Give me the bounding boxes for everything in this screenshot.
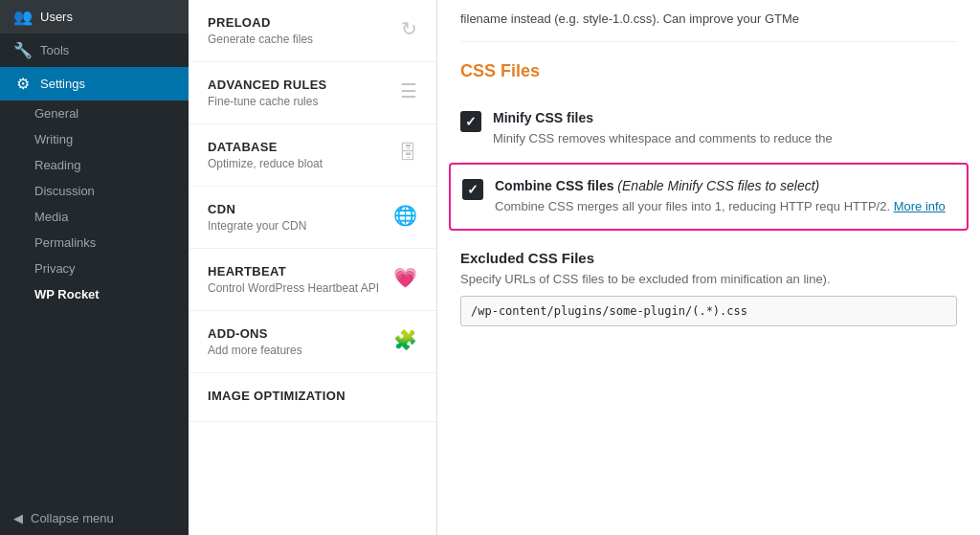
excluded-css-section: Excluded CSS Files Specify URLs of CSS f…	[460, 250, 957, 326]
minify-css-label: Minify CSS files	[493, 110, 957, 125]
submenu-general[interactable]: General	[0, 100, 189, 126]
collapse-icon: ◀	[13, 511, 23, 525]
middle-item-image-optimization[interactable]: IMAGE OPTIMIZATION	[189, 373, 436, 422]
database-title: DATABASE	[208, 140, 389, 154]
combine-css-checkbox[interactable]: ✓	[462, 179, 483, 200]
sidebar-item-users[interactable]: 👥 Users	[0, 0, 189, 33]
submenu-privacy[interactable]: Privacy	[0, 256, 189, 281]
more-info-link[interactable]: More info	[894, 199, 946, 213]
combine-css-desc: Combine CSS merges all your files into 1…	[495, 197, 955, 216]
middle-item-preload[interactable]: PRELOAD Generate cache files ↻	[189, 0, 436, 62]
combine-css-option: ✓ Combine CSS files (Enable Minify CSS f…	[449, 163, 969, 232]
middle-item-advanced-rules[interactable]: ADVANCED RULES Fine-tune cache rules ☰	[189, 62, 436, 124]
preload-icon: ↻	[401, 17, 417, 40]
middle-panel: PRELOAD Generate cache files ↻ ADVANCED …	[189, 0, 437, 535]
minify-css-checkbox[interactable]: ✓	[460, 111, 481, 132]
submenu-media[interactable]: Media	[0, 204, 189, 230]
submenu-reading[interactable]: Reading	[0, 152, 189, 178]
submenu-discussion[interactable]: Discussion	[0, 178, 189, 204]
middle-item-database[interactable]: DATABASE Optimize, reduce bloat 🗄	[189, 124, 436, 187]
collapse-menu-button[interactable]: ◀ Collapse menu	[0, 502, 189, 535]
excluded-css-input[interactable]	[460, 296, 957, 326]
css-files-title: CSS Files	[460, 61, 957, 81]
excluded-css-title: Excluded CSS Files	[460, 250, 957, 266]
database-icon: 🗄	[398, 142, 417, 164]
middle-item-cdn[interactable]: CDN Integrate your CDN 🌐	[189, 187, 436, 249]
submenu-permalinks[interactable]: Permalinks	[0, 230, 189, 256]
database-desc: Optimize, reduce bloat	[208, 157, 389, 170]
cdn-icon: 🌐	[393, 204, 417, 227]
heartbeat-icon: 💗	[393, 266, 417, 289]
minify-css-desc: Minify CSS removes whitespace and commen…	[493, 129, 957, 148]
excluded-css-desc: Specify URLs of CSS files to be excluded…	[460, 272, 957, 286]
combine-css-label: Combine CSS files (Enable Minify CSS fil…	[495, 178, 955, 193]
sidebar-item-settings[interactable]: ⚙ Settings	[0, 67, 189, 100]
advanced-rules-title: ADVANCED RULES	[208, 78, 390, 92]
addons-icon: 🧩	[393, 328, 417, 351]
tools-icon: 🔧	[13, 41, 33, 59]
preload-desc: Generate cache files	[208, 33, 391, 46]
check-icon: ✓	[467, 182, 479, 197]
top-description: filename instead (e.g. style-1.0.css). C…	[460, 0, 957, 42]
settings-icon: ⚙	[13, 75, 33, 93]
preload-title: PRELOAD	[208, 15, 391, 30]
heartbeat-desc: Control WordPress Heartbeat API	[208, 281, 384, 295]
addons-title: ADD-ONS	[208, 326, 384, 341]
advanced-rules-desc: Fine-tune cache rules	[208, 95, 390, 108]
sidebar-item-tools[interactable]: 🔧 Tools	[0, 33, 189, 67]
middle-item-heartbeat[interactable]: HEARTBEAT Control WordPress Heartbeat AP…	[189, 249, 436, 311]
users-icon: 👥	[13, 8, 33, 26]
addons-desc: Add more features	[208, 344, 384, 357]
main-content: filename instead (e.g. style-1.0.css). C…	[437, 0, 980, 535]
heartbeat-title: HEARTBEAT	[208, 264, 384, 279]
settings-submenu: General Writing Reading Discussion Media…	[0, 100, 189, 307]
middle-item-addons[interactable]: ADD-ONS Add more features 🧩	[189, 311, 436, 373]
submenu-wprocket[interactable]: WP Rocket	[0, 281, 189, 307]
minify-css-option: ✓ Minify CSS files Minify CSS removes wh…	[460, 97, 957, 163]
image-opt-title: IMAGE OPTIMIZATION	[208, 389, 417, 403]
sidebar: 👥 Users 🔧 Tools ⚙ Settings General Writi…	[0, 0, 189, 535]
advanced-rules-icon: ☰	[400, 79, 417, 102]
cdn-title: CDN	[208, 202, 384, 216]
submenu-writing[interactable]: Writing	[0, 126, 189, 152]
cdn-desc: Integrate your CDN	[208, 219, 384, 233]
check-icon: ✓	[465, 114, 477, 129]
